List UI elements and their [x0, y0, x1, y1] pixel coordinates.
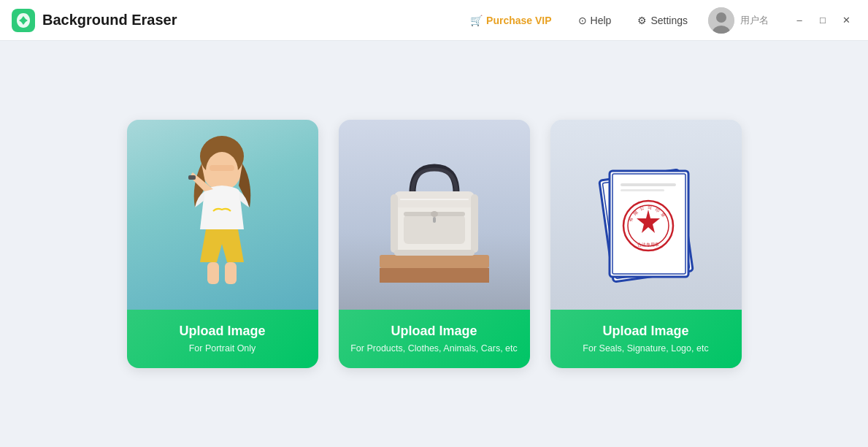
settings-button[interactable]: ⚙ Settings — [631, 12, 694, 29]
help-button[interactable]: ⊙ Help — [572, 12, 618, 29]
titlebar-right: 🛒 Purchase VIP ⊙ Help ⚙ Settings 用户名 — [464, 7, 856, 34]
portrait-card-subtitle: For Portrait Only — [189, 343, 256, 354]
svg-rect-23 — [400, 199, 469, 200]
products-card[interactable]: Upload Image For Products, Clothes, Anim… — [339, 120, 530, 368]
svg-rect-22 — [394, 250, 475, 256]
settings-icon: ⚙ — [637, 15, 647, 26]
avatar — [708, 7, 734, 34]
user-info[interactable]: 用户名 — [708, 7, 769, 34]
svg-rect-8 — [188, 175, 196, 180]
seal-card-image: 有 限 公 司 印 章 合法专用章 — [550, 120, 742, 310]
cart-icon: 🛒 — [470, 15, 483, 26]
products-card-title: Upload Image — [391, 324, 477, 340]
seal-figure: 有 限 公 司 印 章 合法专用章 — [584, 138, 708, 291]
svg-point-18 — [431, 211, 438, 217]
purchase-vip-button[interactable]: 🛒 Purchase VIP — [464, 12, 558, 29]
seal-card-footer: Upload Image For Seals, Signature, Logo,… — [550, 310, 742, 368]
titlebar: Background Eraser 🛒 Purchase VIP ⊙ Help … — [0, 0, 868, 41]
svg-rect-41 — [621, 189, 664, 191]
minimize-button[interactable]: – — [789, 10, 810, 31]
window-controls: – □ ✕ — [789, 10, 856, 31]
close-button[interactable]: ✕ — [836, 10, 856, 31]
svg-rect-12 — [380, 268, 489, 283]
products-card-footer: Upload Image For Products, Clothes, Anim… — [339, 310, 530, 368]
portrait-card-image — [127, 120, 318, 310]
svg-rect-9 — [207, 262, 219, 284]
help-icon: ⊙ — [578, 15, 587, 26]
avatar-icon — [708, 7, 734, 34]
svg-rect-20 — [391, 194, 398, 253]
app-logo — [12, 9, 35, 32]
svg-rect-11 — [380, 255, 489, 268]
svg-rect-10 — [225, 262, 237, 284]
portrait-card-footer: Upload Image For Portrait Only — [127, 310, 318, 368]
svg-rect-40 — [621, 183, 676, 186]
svg-rect-7 — [210, 165, 234, 171]
seal-card-title: Upload Image — [602, 324, 688, 340]
app-title: Background Eraser — [42, 12, 177, 28]
products-card-subtitle: For Products, Clothes, Animals, Cars, et… — [350, 343, 518, 354]
svg-point-2 — [716, 12, 726, 23]
titlebar-left: Background Eraser — [12, 9, 177, 32]
products-figure — [376, 142, 493, 288]
main-content: Upload Image For Portrait Only — [0, 41, 868, 447]
svg-rect-19 — [433, 217, 436, 223]
portrait-card-title: Upload Image — [179, 324, 265, 340]
portrait-figure — [169, 127, 275, 302]
svg-rect-21 — [471, 194, 478, 253]
svg-text:合法专用章: 合法专用章 — [637, 242, 659, 247]
svg-text:司: 司 — [647, 205, 652, 210]
username-label: 用户名 — [740, 14, 769, 27]
seal-card-subtitle: For Seals, Signature, Logo, etc — [583, 343, 708, 354]
portrait-card[interactable]: Upload Image For Portrait Only — [127, 120, 318, 368]
products-card-image — [339, 120, 530, 310]
maximize-button[interactable]: □ — [813, 10, 833, 31]
seal-card[interactable]: 有 限 公 司 印 章 合法专用章 Upload Image For Seals… — [550, 120, 742, 368]
